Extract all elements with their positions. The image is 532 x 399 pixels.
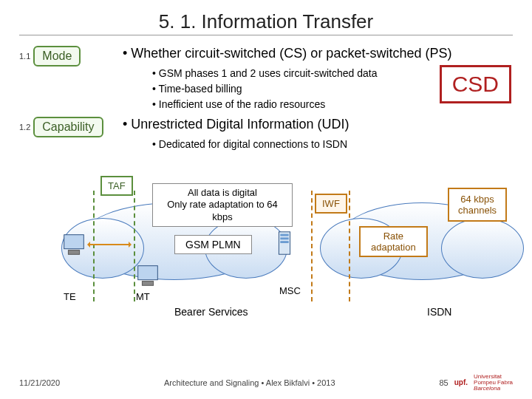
page-title: 5. 1. Information Transfer: [19, 10, 513, 33]
mt-label: MT: [136, 291, 150, 302]
svg-rect-0: [64, 235, 84, 249]
msc-label: MSC: [279, 285, 301, 296]
computer-icon: [134, 262, 162, 290]
svg-rect-3: [142, 282, 153, 286]
plmn-label: GSM PLMN: [174, 235, 252, 254]
info-line: Only rate adaptation to 64 kbps: [167, 199, 278, 222]
isdn-label: ISDN: [427, 306, 451, 318]
capability-badge: Capability: [33, 117, 103, 137]
iwf-box: IWF: [315, 194, 347, 214]
upf-logo-text: Universitat Pompeu Fabra Barcelona: [474, 374, 513, 392]
footer: 11/21/2020 Architecture and Signaling • …: [0, 374, 532, 392]
upf-logo-icon: upf.: [454, 379, 468, 386]
csd-callout: CSD: [440, 65, 511, 103]
section-capability: 1.2 Capability Unrestricted Digital Info…: [19, 117, 513, 152]
rate-line: adaptation: [371, 242, 416, 253]
taf-box: TAF: [100, 176, 133, 196]
chan-line: channels: [458, 205, 497, 216]
server-icon: [270, 229, 299, 257]
page-number: 85: [440, 378, 449, 387]
te-label: TE: [64, 291, 76, 302]
capability-headline: Unrestricted Digital Information (UDI): [123, 117, 513, 132]
rate-line: Rate: [383, 231, 403, 242]
divider: [19, 35, 513, 35]
iwf-line: [349, 191, 350, 301]
computer-icon: [60, 231, 88, 259]
footer-center: Architecture and Signaling • Alex Bikfal…: [60, 378, 439, 387]
info-line: All data is digital: [188, 187, 257, 198]
svg-rect-7: [280, 241, 288, 243]
capability-sub: Dedicated for digital connections to ISD…: [152, 137, 513, 152]
chan-line: 64 kbps: [460, 194, 494, 205]
rate-box: Rate adaptation: [359, 226, 428, 257]
diagram: TAF All data is digital Only rate adapta…: [19, 158, 513, 313]
svg-rect-5: [280, 234, 288, 236]
iwf-line: [311, 191, 313, 301]
bearer-label: Bearer Services: [174, 306, 248, 318]
taf-line: [93, 191, 95, 301]
channels-box: 64 kbps channels: [448, 188, 507, 222]
svg-rect-1: [68, 250, 79, 255]
mode-badge: Mode: [33, 46, 81, 66]
section-number: 1.2: [19, 123, 30, 132]
svg-rect-2: [138, 266, 158, 280]
footer-date: 11/21/2020: [19, 378, 60, 387]
section-number: 1.1: [19, 52, 30, 61]
info-box: All data is digital Only rate adaptation…: [152, 183, 293, 227]
mode-headline: Whether circuit-switched (CS) or packet-…: [123, 46, 513, 61]
arrow-icon: [89, 244, 130, 245]
svg-rect-6: [280, 237, 288, 239]
